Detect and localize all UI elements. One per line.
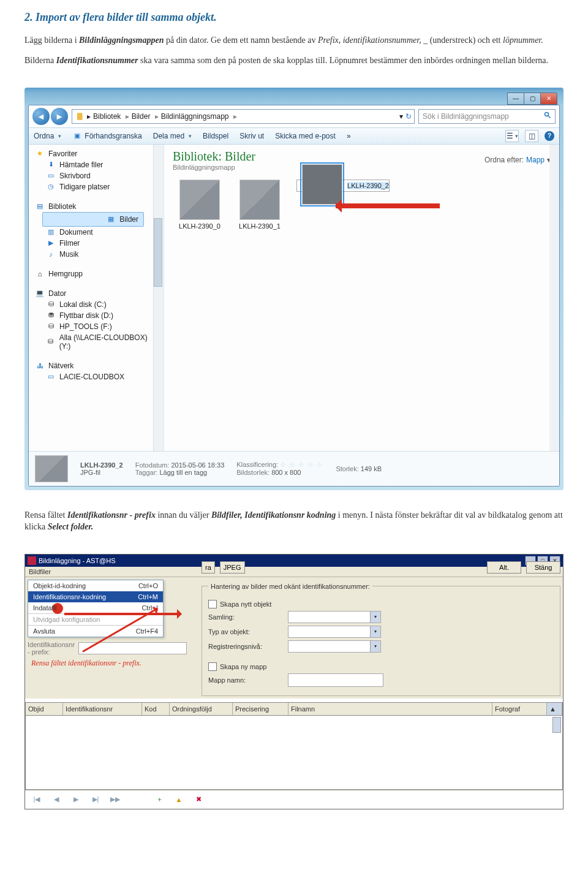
- device-icon: ▭: [46, 373, 56, 381]
- col-ord[interactable]: Ordningsföljd: [170, 703, 233, 715]
- chevron-down-icon: ▾: [370, 612, 380, 623]
- file-thumb-1[interactable]: LKLH-2390_1: [236, 180, 283, 230]
- nav-computer[interactable]: Dator: [48, 289, 66, 298]
- nav-downloads[interactable]: Hämtade filer: [59, 161, 103, 169]
- address-bar[interactable]: ▇ ▸ Bibliotek Bilder Bildinläggningsmapp…: [72, 109, 415, 124]
- menu-identnr-kodning[interactable]: Identifikationsnr-kodningCtrl+M: [28, 591, 163, 602]
- pager-next[interactable]: ▶: [69, 794, 83, 805]
- toolbar-preview[interactable]: ▣ Förhandsgranska: [72, 132, 141, 140]
- nav-alla[interactable]: Alla (\\LACIE-CLOUDBOX) (Y:): [59, 333, 159, 350]
- pager-add[interactable]: ＋: [153, 794, 166, 805]
- grid-scrollbar[interactable]: [552, 717, 561, 733]
- nav-desktop[interactable]: Skrivbord: [59, 172, 91, 180]
- pager-up[interactable]: ▲: [172, 794, 186, 805]
- toolbar-share[interactable]: Dela med: [153, 132, 192, 140]
- typ-select[interactable]: ▾: [288, 626, 381, 638]
- lib-title-a: Bibliotek:: [173, 150, 222, 163]
- col-kod[interactable]: Kod: [142, 703, 170, 715]
- mappnamn-input[interactable]: [288, 673, 383, 687]
- star-icon: ★: [35, 150, 45, 158]
- window-minimize-button[interactable]: —: [507, 93, 524, 105]
- col-ident[interactable]: Identifikationsnr: [63, 703, 142, 715]
- pager-delete[interactable]: ✖: [192, 794, 205, 805]
- term-lopnummer: löpnummer.: [503, 36, 543, 45]
- nav-localdisk[interactable]: Lokal disk (C:): [59, 300, 107, 309]
- details-thumb: [35, 455, 68, 482]
- chevron-down-icon: ▾: [370, 626, 380, 637]
- breadcrumb-pics[interactable]: Bilder: [132, 112, 159, 121]
- content-scrollbar[interactable]: [549, 145, 559, 451]
- breadcrumb-folder[interactable]: Bildinläggningsmapp: [161, 112, 237, 121]
- annotation-arrow-menu: [64, 613, 181, 615]
- lib-subtitle: Bildinläggningsmapp: [173, 164, 255, 171]
- col-fot[interactable]: Fotograf: [492, 703, 547, 715]
- nav-libraries[interactable]: Bibliotek: [48, 202, 76, 211]
- ident-prefix-label: Identifikationsnr - prefix:: [28, 641, 78, 656]
- jpeg-button[interactable]: JPEG: [220, 561, 245, 574]
- col-objid[interactable]: Objid: [26, 703, 63, 715]
- arrange-dropdown[interactable]: Mapp: [526, 156, 545, 164]
- menu-objektid[interactable]: Objekt-id-kodningCtrl+O: [28, 580, 163, 591]
- window-close-button[interactable]: ✕: [540, 93, 557, 105]
- nav-removable[interactable]: Flyttbar disk (D:): [59, 311, 113, 320]
- pager-last[interactable]: ▶|: [89, 794, 102, 805]
- nav-back-button[interactable]: ◄: [32, 108, 50, 125]
- breadcrumb-lib[interactable]: Bibliotek: [93, 112, 129, 121]
- col-fil[interactable]: Filnamn: [288, 703, 492, 715]
- nav-forward-button[interactable]: ►: [51, 108, 68, 125]
- nav-music[interactable]: Musik: [59, 250, 78, 259]
- refresh-icon[interactable]: ↻: [405, 112, 412, 121]
- pager-play[interactable]: ▶▶: [108, 794, 122, 805]
- preview-pane-button[interactable]: ◫: [525, 130, 538, 142]
- col-prec[interactable]: Precisering: [233, 703, 288, 715]
- details-photo-date-v: 2015-05-06 18:33: [171, 461, 224, 469]
- documents-icon: ▥: [46, 228, 56, 237]
- search-placeholder: Sök i Bildinläggningsmapp: [423, 112, 509, 121]
- nav-scrollbar[interactable]: [153, 145, 164, 451]
- nav-homegroup[interactable]: Hemgrupp: [48, 270, 83, 278]
- file-thumb-0[interactable]: LKLH-2390_0: [176, 180, 223, 230]
- image-thumb: [179, 180, 220, 220]
- grid-body[interactable]: [25, 716, 563, 790]
- nav-network[interactable]: Nätverk: [48, 362, 74, 370]
- nav-lacie[interactable]: LACIE-CLOUDBOX: [59, 373, 124, 381]
- nav-hptools[interactable]: HP_TOOLS (F:): [59, 322, 112, 331]
- samling-select[interactable]: ▾: [288, 611, 381, 623]
- removable-icon: ⛃: [46, 311, 56, 320]
- pager-first[interactable]: |◀: [30, 794, 43, 805]
- rating-stars[interactable]: ☆ ☆ ☆ ☆ ☆: [280, 461, 323, 468]
- nav-favorites[interactable]: Favoriter: [48, 150, 77, 158]
- ra-button[interactable]: ra: [202, 561, 215, 574]
- view-options-button[interactable]: ☰: [505, 130, 519, 142]
- typ-label: Typ av objekt:: [208, 628, 288, 635]
- toolbar-more[interactable]: »: [347, 132, 351, 140]
- nav-recent[interactable]: Tidigare platser: [59, 183, 110, 191]
- nav-videos[interactable]: Filmer: [59, 239, 80, 248]
- netdrive-icon: ⛁: [46, 338, 56, 346]
- search-input[interactable]: Sök i Bildinläggningsmapp: [418, 109, 556, 124]
- address-dropdown-icon[interactable]: ▾: [399, 112, 403, 121]
- new-folder-checkbox[interactable]: [208, 662, 217, 671]
- nav-documents[interactable]: Dokument: [59, 228, 93, 237]
- toolbar-email[interactable]: Skicka med e-post: [275, 132, 336, 140]
- toolbar-slideshow[interactable]: Bildspel: [203, 132, 228, 140]
- toolbar-print[interactable]: Skriv ut: [239, 132, 264, 140]
- window-maximize-button[interactable]: ▢: [524, 93, 541, 105]
- samling-label: Samling:: [208, 613, 288, 621]
- toolbar-organize[interactable]: Ordna: [34, 132, 61, 140]
- close-button[interactable]: Stäng: [526, 561, 560, 574]
- navigation-pane[interactable]: ★Favoriter ⬇Hämtade filer ▭Skrivbord ◷Ti…: [29, 145, 164, 451]
- regniva-select[interactable]: ▾: [288, 640, 381, 653]
- menu-bildfiler[interactable]: Bildfiler: [29, 568, 51, 575]
- details-tags-v[interactable]: Lägg till en tagg: [159, 469, 207, 476]
- create-object-checkbox[interactable]: [208, 600, 217, 608]
- nav-pictures[interactable]: Bilder: [119, 215, 138, 224]
- menu-indatafil[interactable]: IndatafilCtrl+I: [28, 602, 163, 613]
- paragraph-1: Lägg bilderna i Bildinläggningsmappen på…: [24, 35, 564, 47]
- alt-button[interactable]: Alt.: [487, 561, 521, 574]
- desktop-icon: ▭: [46, 172, 56, 180]
- file-label: LKLH-2390_1: [236, 222, 283, 230]
- help-button[interactable]: ?: [545, 131, 554, 141]
- pager-prev[interactable]: ◀: [50, 794, 63, 805]
- file-thumb-2[interactable]: LKLH-2390_2: [296, 180, 390, 192]
